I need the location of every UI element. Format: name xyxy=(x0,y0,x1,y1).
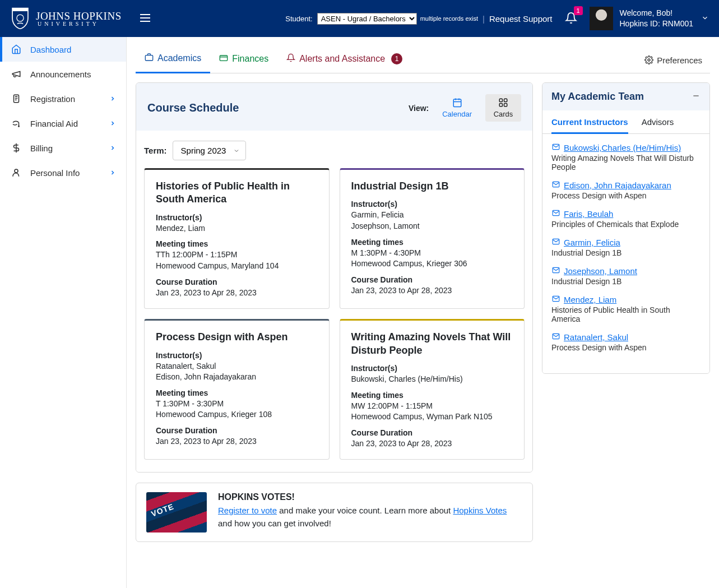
course-card[interactable]: Writing Amazing Novels That Will Disturb… xyxy=(340,319,525,460)
tab-finances[interactable]: Finances xyxy=(210,48,277,72)
team-body: Bukowski,Charles (He/Him/His)Writing Ama… xyxy=(542,134,709,373)
collapse-button[interactable] xyxy=(692,91,701,102)
instructors-label: Instructor(s) xyxy=(156,213,318,222)
instructor-course: Principles of Chemicals that Explode xyxy=(551,220,701,229)
grid-icon xyxy=(498,98,508,108)
svg-rect-21 xyxy=(504,104,507,107)
tab-advisors[interactable]: Advisors xyxy=(642,117,674,133)
course-schedule-panel: Course Schedule View: Calendar Cards xyxy=(136,82,533,473)
duration-label: Course Duration xyxy=(156,277,318,286)
sidebar-item-registration[interactable]: Registration xyxy=(0,86,126,111)
instructor-block: Bukowski,Charles (He/Him/His)Writing Ama… xyxy=(551,143,701,172)
preferences-button[interactable]: Preferences xyxy=(644,55,710,65)
meeting-label: Meeting times xyxy=(351,391,513,400)
sidebar-icon xyxy=(10,44,22,54)
sidebar-item-label: Financial Aid xyxy=(30,119,78,128)
sidebar-icon xyxy=(10,168,22,178)
tab-alerts-label: Alerts and Assistance xyxy=(299,54,385,64)
instructor-link[interactable]: Josephson, Lamont xyxy=(564,266,637,276)
duration-value: Jan 23, 2023 to Apr 28, 2023 xyxy=(351,285,513,297)
instructor-block: Edison, John RajadayakaranProcess Design… xyxy=(551,180,701,200)
sidebar-icon xyxy=(10,143,22,153)
sidebar-item-billing[interactable]: Billing xyxy=(0,136,126,160)
instructors-label: Instructor(s) xyxy=(351,364,513,373)
meeting-value: MW 12:00PM - 1:15PMHomewood Campus, Wyma… xyxy=(351,401,513,423)
welcome-block: Welcome, Bob! Hopkins ID: RNM001 xyxy=(620,8,694,29)
duration-value: Jan 23, 2023 to Apr 28, 2023 xyxy=(156,288,318,299)
mail-icon xyxy=(551,180,560,190)
instructor-link[interactable]: Edison, John Rajadayakaran xyxy=(564,180,671,190)
tab-alerts[interactable]: Alerts and Assistance 1 xyxy=(277,48,411,72)
sidebar: DashboardAnnouncementsRegistrationFinanc… xyxy=(0,37,127,588)
gear-icon xyxy=(644,55,653,64)
avatar[interactable] xyxy=(590,7,613,30)
view-cards-button[interactable]: Cards xyxy=(485,94,521,122)
instructor-link[interactable]: Mendez, Liam xyxy=(564,295,616,304)
mail-icon xyxy=(551,266,560,276)
svg-rect-12 xyxy=(220,55,228,61)
svg-rect-18 xyxy=(499,99,502,101)
wallet-icon xyxy=(219,53,228,64)
main-tab-bar: Academics Finances Alerts and Assistance… xyxy=(136,37,710,73)
instructor-course: Writing Amazing Novels That Will Disturb… xyxy=(551,154,701,172)
course-card[interactable]: Process Design with AspenInstructor(s)Ra… xyxy=(144,319,330,460)
student-select[interactable]: ASEN - Ugrad / Bachelors xyxy=(317,13,417,25)
course-title: Process Design with Aspen xyxy=(156,331,318,344)
instructor-block: Ratanalert, SakulProcess Design with Asp… xyxy=(551,332,701,352)
sidebar-item-label: Billing xyxy=(30,143,53,153)
multiple-records-text: multiple records exist xyxy=(420,15,478,22)
instructor-link[interactable]: Garmin, Felicia xyxy=(564,238,620,247)
tab-academics[interactable]: Academics xyxy=(136,47,210,73)
notifications-button[interactable]: 1 xyxy=(565,12,577,26)
instructors-value: Mendez, Liam xyxy=(156,223,318,234)
course-card[interactable]: Industrial Design 1BInstructor(s)Garmin,… xyxy=(340,168,525,309)
university-logo[interactable]: JOHNS HOPKINS UNIVERSITY xyxy=(10,7,122,30)
sidebar-icon xyxy=(10,69,22,79)
mail-icon xyxy=(551,209,560,219)
instructors-value: Bukowski, Charles (He/Him/His) xyxy=(351,374,513,385)
sidebar-icon xyxy=(10,94,22,104)
logo-sub-text: UNIVERSITY xyxy=(36,21,122,27)
sidebar-item-financial-aid[interactable]: Financial Aid xyxy=(0,111,126,136)
menu-toggle-button[interactable] xyxy=(138,11,152,26)
duration-label: Course Duration xyxy=(351,275,513,284)
course-title: Industrial Design 1B xyxy=(351,180,513,193)
sidebar-item-label: Announcements xyxy=(30,70,91,79)
view-calendar-button[interactable]: Calendar xyxy=(435,94,479,122)
svg-point-10 xyxy=(15,169,18,173)
sidebar-item-label: Personal Info xyxy=(30,168,80,178)
course-grid: Histories of Public Health in South Amer… xyxy=(144,168,525,460)
tab-finances-label: Finances xyxy=(232,54,268,64)
instructor-block: Garmin, FeliciaIndustrial Design 1B xyxy=(551,238,701,257)
chevron-right-icon xyxy=(109,143,116,153)
svg-point-13 xyxy=(648,59,650,61)
chevron-right-icon xyxy=(109,119,116,128)
chevron-down-icon xyxy=(701,14,709,22)
instructor-link[interactable]: Faris, Beulah xyxy=(564,209,613,219)
mail-icon xyxy=(551,295,560,304)
instructor-block: Faris, BeulahPrinciples of Chemicals tha… xyxy=(551,209,701,229)
instructors-value: Ratanalert, SakulEdison, John Rajadayaka… xyxy=(156,361,318,383)
term-label: Term: xyxy=(144,146,167,155)
alert-bell-icon xyxy=(286,53,295,64)
instructor-course: Histories of Public Health in South Amer… xyxy=(551,305,701,323)
term-select[interactable]: Spring 2023 xyxy=(173,141,246,160)
request-support-link[interactable]: Request Support xyxy=(489,14,553,24)
tab-current-instructors[interactable]: Current Instructors xyxy=(551,117,628,134)
tab-academics-label: Academics xyxy=(157,53,201,63)
sidebar-item-announcements[interactable]: Announcements xyxy=(0,62,126,86)
instructor-block: Mendez, LiamHistories of Public Health i… xyxy=(551,295,701,323)
sidebar-item-dashboard[interactable]: Dashboard xyxy=(0,37,126,62)
course-card[interactable]: Histories of Public Health in South Amer… xyxy=(144,168,330,309)
account-menu-toggle[interactable] xyxy=(701,14,709,24)
svg-rect-11 xyxy=(145,55,152,61)
view-calendar-label: Calendar xyxy=(442,110,472,118)
chevron-right-icon xyxy=(109,168,116,178)
hopkins-votes-link[interactable]: Hopkins Votes xyxy=(453,506,507,515)
minus-icon xyxy=(692,91,701,100)
instructor-link[interactable]: Bukowski,Charles (He/Him/His) xyxy=(564,143,681,152)
register-to-vote-link[interactable]: Register to vote xyxy=(218,506,277,515)
logo-main-text: JOHNS HOPKINS xyxy=(36,11,122,21)
instructor-link[interactable]: Ratanalert, Sakul xyxy=(564,332,628,342)
sidebar-item-personal-info[interactable]: Personal Info xyxy=(0,160,126,185)
